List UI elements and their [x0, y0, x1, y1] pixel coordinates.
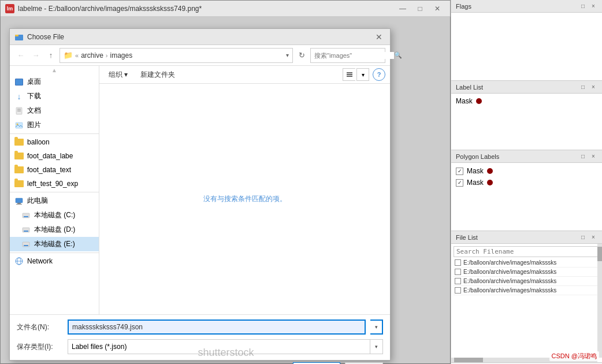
- sidebar-item-documents[interactable]: 文档: [10, 103, 99, 118]
- sidebar-item-foot-data-text[interactable]: foot_data_text: [10, 163, 99, 177]
- filetype-value: Label files (*.json): [68, 339, 370, 354]
- dialog-icon: [14, 32, 24, 42]
- sidebar-divider-2: [10, 192, 99, 192]
- flags-close-button[interactable]: ×: [589, 2, 597, 10]
- file-list-scrollbar[interactable]: [597, 244, 602, 358]
- picture-icon: [14, 121, 24, 130]
- svg-rect-1: [15, 35, 18, 36]
- file-checkbox-2[interactable]: [455, 269, 461, 275]
- filetype-label: 保存类型(I):: [17, 342, 63, 352]
- filename-input[interactable]: [68, 320, 366, 335]
- polygon-checkbox-2[interactable]: ✓: [456, 179, 463, 187]
- polygon-item-1[interactable]: ✓ Mask: [454, 165, 600, 177]
- svg-rect-9: [16, 204, 22, 205]
- main-window: lm labelme - E:/balloon/archive/images/m…: [0, 0, 451, 364]
- sidebar-label-drive-c: 本地磁盘 (C:): [34, 210, 75, 220]
- dialog-bottom: 文件名(N): ▾ 保存类型(I): Label files (*.json) …: [10, 314, 390, 364]
- file-list-pin-button[interactable]: □: [579, 233, 587, 242]
- filename-dropdown-button[interactable]: ▾: [370, 320, 383, 335]
- polygon-label-1: Mask: [467, 167, 484, 175]
- sidebar-label-desktop: 桌面: [27, 77, 41, 87]
- svg-rect-21: [347, 76, 352, 77]
- flags-header-btns: □ ×: [579, 2, 597, 10]
- file-area: 没有与搜索条件匹配的项。: [99, 84, 390, 314]
- right-panel: Flags □ × Label List □ × Mask Polygon La…: [451, 0, 602, 364]
- download-icon: ↓: [14, 92, 24, 101]
- document-icon: [14, 106, 24, 116]
- file-list-close-button[interactable]: ×: [589, 233, 597, 242]
- help-button[interactable]: ?: [373, 68, 385, 81]
- file-list-content: E:/balloon/archive/images/maksssks E:/ba…: [451, 244, 602, 362]
- path-images[interactable]: images: [110, 51, 132, 60]
- this-pc-icon: [14, 196, 24, 206]
- sidebar-label-network: Network: [27, 257, 53, 265]
- file-checkbox-1[interactable]: [455, 259, 461, 266]
- file-item-4[interactable]: E:/balloon/archive/images/maksssks: [454, 286, 600, 295]
- dialog-close-button[interactable]: ✕: [373, 31, 385, 43]
- sidebar-item-foot-data-labe[interactable]: foot_data_labe: [10, 149, 99, 163]
- sidebar-item-drive-c[interactable]: 本地磁盘 (C:): [10, 208, 99, 222]
- sidebar-item-drive-e[interactable]: 本地磁盘 (E:): [10, 237, 99, 251]
- file-checkbox-3[interactable]: [455, 278, 461, 284]
- file-search-input[interactable]: [454, 246, 600, 257]
- svg-rect-13: [24, 231, 28, 232]
- dialog-content: ▲ 桌面 ↓ 下载: [10, 66, 390, 314]
- path-archive[interactable]: archive: [81, 51, 103, 60]
- file-item-1[interactable]: E:/balloon/archive/images/maksssks: [454, 258, 600, 268]
- filename-row: 文件名(N): ▾: [17, 320, 383, 335]
- search-bar[interactable]: 🔍: [310, 48, 385, 63]
- view-dropdown-button[interactable]: ▾: [356, 68, 369, 81]
- scroll-down-indicator[interactable]: ▼: [10, 311, 99, 314]
- polygon-labels-close-button[interactable]: ×: [589, 153, 597, 161]
- filetype-dropdown-button[interactable]: ▾: [370, 339, 383, 354]
- dialog-sidebar: ▲ 桌面 ↓ 下载: [10, 66, 99, 314]
- path-folder-icon: 📁: [64, 51, 73, 60]
- scroll-up-indicator[interactable]: ▲: [10, 66, 99, 75]
- maximize-button[interactable]: □: [412, 3, 428, 14]
- file-checkbox-4[interactable]: [455, 287, 461, 294]
- polygon-item-2[interactable]: ✓ Mask: [454, 177, 600, 188]
- flags-section: Flags □ ×: [451, 0, 602, 81]
- file-list-scroll-thumb: [597, 247, 602, 261]
- close-button[interactable]: ✕: [429, 3, 445, 14]
- svg-rect-11: [24, 216, 28, 217]
- file-item-2[interactable]: E:/balloon/archive/images/maksssks: [454, 268, 600, 277]
- path-bar[interactable]: 📁 « archive › images ▾: [60, 48, 293, 63]
- dialog-overlay: Choose File ✕ ← → ↑ 📁 « archive › images…: [1, 17, 451, 364]
- label-list-close-button[interactable]: ×: [589, 83, 597, 91]
- sidebar-item-network[interactable]: Network: [10, 254, 99, 268]
- file-list-header: File List □ ×: [451, 231, 602, 244]
- balloon-folder-icon: [14, 138, 24, 147]
- sidebar-item-pictures[interactable]: 图片: [10, 118, 99, 132]
- up-button[interactable]: ↑: [44, 49, 57, 62]
- sidebar-label-this-pc: 此电脑: [27, 196, 48, 206]
- file-path-4: E:/balloon/archive/images/maksssks: [463, 287, 556, 294]
- new-folder-button[interactable]: 新建文件夹: [136, 69, 180, 81]
- organize-button[interactable]: 组织 ▾: [104, 69, 132, 81]
- view-list-button[interactable]: [343, 68, 355, 81]
- label-list-item-mask: Mask: [454, 96, 600, 106]
- refresh-button[interactable]: ↻: [295, 49, 308, 62]
- sidebar-label-foot-data-labe: foot_data_labe: [27, 152, 73, 160]
- flags-pin-button[interactable]: □: [579, 2, 587, 10]
- sidebar-item-left-test[interactable]: left_test_90_exp: [10, 177, 99, 191]
- filename-label: 文件名(N):: [17, 322, 63, 332]
- minimize-button[interactable]: —: [395, 3, 411, 14]
- forward-button[interactable]: →: [29, 49, 42, 62]
- choose-file-dialog: Choose File ✕ ← → ↑ 📁 « archive › images…: [9, 28, 391, 361]
- label-list-pin-button[interactable]: □: [579, 83, 587, 91]
- search-input[interactable]: [314, 52, 394, 59]
- polygon-checkbox-1[interactable]: ✓: [456, 168, 463, 175]
- file-item-3[interactable]: E:/balloon/archive/images/maksssks: [454, 277, 600, 286]
- sidebar-label-left-test: left_test_90_exp: [27, 180, 78, 188]
- back-button[interactable]: ←: [14, 49, 27, 62]
- polygon-labels-pin-button[interactable]: □: [579, 153, 587, 161]
- sidebar-item-balloon[interactable]: balloon: [10, 135, 99, 149]
- sidebar-section-this-pc[interactable]: 此电脑: [10, 194, 99, 208]
- sidebar-item-downloads[interactable]: ↓ 下载: [10, 89, 99, 103]
- dialog-title-left: Choose File: [14, 32, 64, 42]
- sidebar-item-drive-d[interactable]: 本地磁盘 (D:): [10, 222, 99, 237]
- sidebar-item-desktop[interactable]: 桌面: [10, 75, 99, 89]
- path-dropdown-arrow[interactable]: ▾: [286, 52, 289, 58]
- dialog-title-bar: Choose File ✕: [10, 29, 390, 45]
